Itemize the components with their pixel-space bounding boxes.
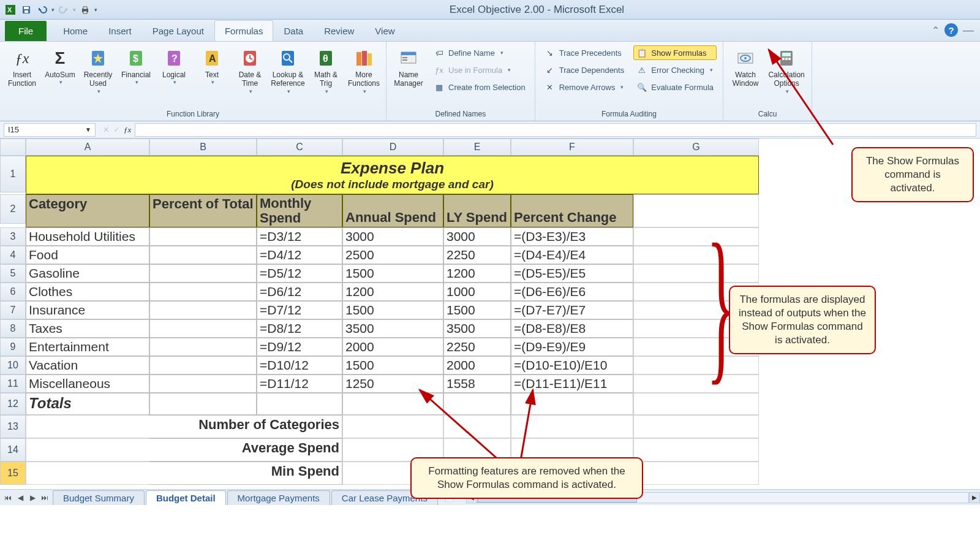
tab-review[interactable]: Review bbox=[314, 20, 364, 41]
cell-B6[interactable] bbox=[149, 283, 257, 301]
fx-button[interactable]: ƒx bbox=[124, 125, 131, 135]
help-icon[interactable]: ? bbox=[944, 23, 958, 37]
cell-totals-1[interactable] bbox=[257, 393, 342, 415]
show-formulas-button[interactable]: 📋Show Formulas bbox=[633, 45, 717, 60]
insert-function-button[interactable]: ƒxInsert Function bbox=[4, 44, 40, 91]
cell-A10[interactable]: Vacation bbox=[26, 356, 149, 375]
cell-C5[interactable]: =D5/12 bbox=[257, 264, 342, 283]
undo-icon[interactable] bbox=[36, 3, 49, 17]
minimize-ribbon-icon[interactable]: ⌃ bbox=[932, 25, 940, 36]
header-percent-total[interactable]: Percent of Total bbox=[149, 194, 257, 227]
cell-A8[interactable]: Taxes bbox=[26, 319, 149, 338]
undo-dropdown[interactable]: ▾ bbox=[51, 7, 55, 13]
autosum-button[interactable]: ΣAutoSum bbox=[42, 44, 78, 89]
cell-G11[interactable] bbox=[633, 375, 759, 393]
row-header-12[interactable]: 12 bbox=[0, 393, 26, 415]
cell-A3[interactable]: Household Utilities bbox=[26, 227, 149, 246]
worksheet-area[interactable]: ABCDEFG1Expense Plan(Does not include mo… bbox=[0, 139, 980, 489]
tab-file[interactable]: File bbox=[5, 21, 47, 41]
redo-icon[interactable] bbox=[57, 3, 70, 17]
text-button[interactable]: AText bbox=[194, 44, 230, 89]
cell-E3[interactable]: 3000 bbox=[443, 227, 511, 246]
row-header-11[interactable]: 11 bbox=[0, 375, 26, 393]
cell-E11[interactable]: 1558 bbox=[443, 375, 511, 393]
cell-G5[interactable] bbox=[633, 264, 759, 283]
scroll-right[interactable]: ▶ bbox=[969, 492, 980, 503]
cell-D4[interactable]: 2500 bbox=[342, 246, 443, 264]
cell-C8[interactable]: =D8/12 bbox=[257, 319, 342, 338]
row-header-1[interactable]: 1 bbox=[0, 156, 26, 192]
col-header-E[interactable]: E bbox=[443, 139, 511, 156]
cell-D6[interactable]: 1200 bbox=[342, 283, 443, 301]
cell-F9[interactable]: =(D9-E9)/E9 bbox=[511, 338, 633, 356]
cell-D11[interactable]: 1250 bbox=[342, 375, 443, 393]
sheet-nav-next[interactable]: ▶ bbox=[27, 493, 38, 502]
cell-E10[interactable]: 2000 bbox=[443, 356, 511, 375]
col-header-D[interactable]: D bbox=[342, 139, 443, 156]
cell-A6[interactable]: Clothes bbox=[26, 283, 149, 301]
cell-E7[interactable]: 1500 bbox=[443, 301, 511, 319]
tab-data[interactable]: Data bbox=[273, 20, 314, 41]
watch-window-button[interactable]: Watch Window bbox=[727, 44, 764, 91]
cell-F8[interactable]: =(D8-E8)/E8 bbox=[511, 319, 633, 338]
cell-A13[interactable] bbox=[26, 415, 149, 438]
cell-C4[interactable]: =D4/12 bbox=[257, 246, 342, 264]
col-header-G[interactable]: G bbox=[633, 139, 759, 156]
namebox-dropdown-icon[interactable]: ▼ bbox=[85, 126, 91, 133]
cell-numcat[interactable]: Number of Categories bbox=[149, 415, 342, 438]
lookup-button[interactable]: Lookup & Reference bbox=[270, 44, 306, 98]
header-annual-spend[interactable]: Annual Spend bbox=[342, 194, 443, 227]
select-all-corner[interactable] bbox=[0, 139, 26, 156]
row-header-8[interactable]: 8 bbox=[0, 319, 26, 338]
row-header-5[interactable]: 5 bbox=[0, 264, 26, 283]
cell-A7[interactable]: Insurance bbox=[26, 301, 149, 319]
cell-E4[interactable]: 2250 bbox=[443, 246, 511, 264]
cell-F3[interactable]: =(D3-E3)/E3 bbox=[511, 227, 633, 246]
math-trig-button[interactable]: θMath & Trig bbox=[307, 44, 344, 98]
cell-A11[interactable]: Miscellaneous bbox=[26, 375, 149, 393]
cell-E9[interactable]: 2250 bbox=[443, 338, 511, 356]
cell-r13-3[interactable] bbox=[633, 415, 759, 438]
remove-arrows-button[interactable]: ✕Remove Arrows bbox=[541, 80, 627, 94]
cell-A5[interactable]: Gasoline bbox=[26, 264, 149, 283]
cell-totals-0[interactable] bbox=[149, 393, 257, 415]
header-percent-change[interactable]: Percent Change bbox=[511, 194, 633, 227]
create-from-selection-button[interactable]: ▦Create from Selection bbox=[431, 80, 529, 94]
use-in-formula-button[interactable]: ƒxUse in Formula bbox=[431, 63, 529, 77]
save-icon[interactable] bbox=[20, 3, 33, 17]
cell-F6[interactable]: =(D6-E6)/E6 bbox=[511, 283, 633, 301]
cell-A15[interactable] bbox=[26, 462, 149, 485]
row-header-14[interactable]: 14 bbox=[0, 438, 26, 462]
cell-A9[interactable]: Entertainment bbox=[26, 338, 149, 356]
cancel-icon[interactable]: ✕ bbox=[103, 125, 110, 134]
excel-icon[interactable]: X bbox=[4, 3, 17, 17]
row-header-3[interactable]: 3 bbox=[0, 227, 26, 246]
sheet-nav-last[interactable]: ⏭ bbox=[39, 493, 50, 502]
row-header-2[interactable]: 2 bbox=[0, 194, 26, 224]
cell-E6[interactable]: 1000 bbox=[443, 283, 511, 301]
tab-home[interactable]: Home bbox=[53, 20, 98, 41]
cell-C9[interactable]: =D9/12 bbox=[257, 338, 342, 356]
cell-C7[interactable]: =D7/12 bbox=[257, 301, 342, 319]
trace-dependents-button[interactable]: ↙Trace Dependents bbox=[541, 63, 627, 77]
cell-A14[interactable] bbox=[26, 438, 149, 462]
calculation-options-button[interactable]: Calculation Options bbox=[765, 44, 808, 98]
tab-insert[interactable]: Insert bbox=[98, 20, 142, 41]
enter-icon[interactable]: ✓ bbox=[113, 125, 120, 134]
cell-G2[interactable] bbox=[633, 194, 759, 227]
trace-precedents-button[interactable]: ↘Trace Precedents bbox=[541, 45, 627, 60]
cell-B3[interactable] bbox=[149, 227, 257, 246]
cell-title[interactable]: Expense Plan(Does not include mortgage a… bbox=[26, 156, 759, 194]
cell-D7[interactable]: 1500 bbox=[342, 301, 443, 319]
cell-F4[interactable]: =(D4-E4)/E4 bbox=[511, 246, 633, 264]
row-header-9[interactable]: 9 bbox=[0, 338, 26, 356]
cell-B7[interactable] bbox=[149, 301, 257, 319]
cell-C3[interactable]: =D3/12 bbox=[257, 227, 342, 246]
sheet-nav-prev[interactable]: ◀ bbox=[15, 493, 26, 502]
cell-D5[interactable]: 1500 bbox=[342, 264, 443, 283]
col-header-B[interactable]: B bbox=[149, 139, 257, 156]
cell-r13-0[interactable] bbox=[342, 415, 443, 438]
cell-totals[interactable]: Totals bbox=[26, 393, 149, 415]
cell-C11[interactable]: =D11/12 bbox=[257, 375, 342, 393]
col-header-F[interactable]: F bbox=[511, 139, 633, 156]
